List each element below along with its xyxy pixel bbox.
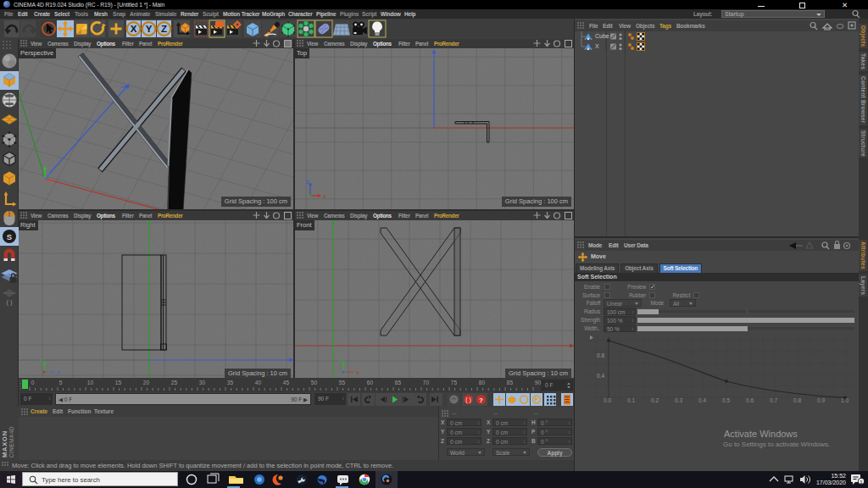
svg-text:Z: Z: [161, 24, 167, 34]
svg-text:Y: Y: [40, 358, 43, 363]
svg-text:( ): ( ): [465, 396, 471, 403]
svg-text:0.8: 0.8: [597, 352, 604, 358]
svg-text:0 F: 0 F: [545, 382, 553, 388]
svg-text:Y: Y: [146, 24, 153, 34]
svg-text:Z: Z: [306, 180, 309, 185]
svg-text:( ): ( ): [6, 298, 13, 306]
svg-text:X: X: [356, 370, 359, 375]
svg-text:X: X: [131, 24, 137, 34]
svg-text:?: ?: [479, 396, 483, 404]
svg-text:Y: Y: [339, 358, 342, 363]
svg-text:P: P: [535, 396, 539, 402]
svg-text:0.4: 0.4: [597, 373, 604, 379]
svg-text:X: X: [323, 194, 326, 199]
svg-text:S: S: [7, 232, 12, 241]
svg-text:Z: Z: [57, 370, 60, 375]
